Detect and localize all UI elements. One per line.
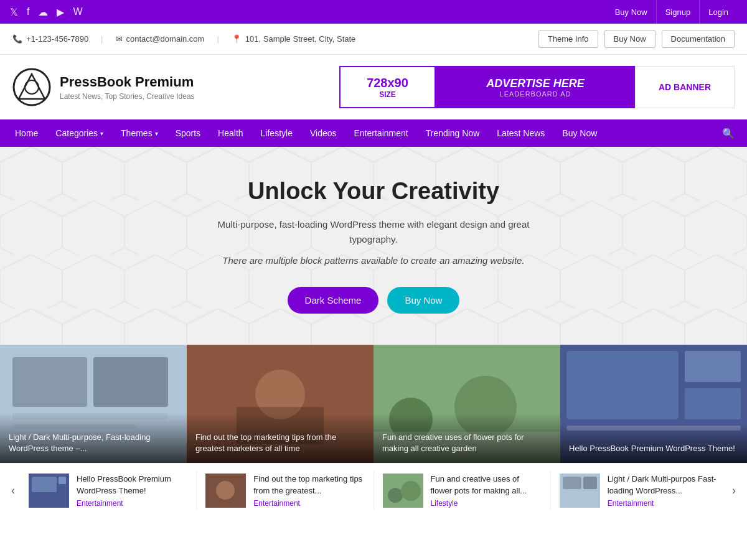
- logo-area[interactable]: PressBook Premium Latest News, Top Stori…: [12, 68, 195, 106]
- list-content-1: Hello PressBook Premium WordPress Theme!…: [77, 474, 187, 507]
- phone-info: 📞 +1-123-456-7890: [12, 34, 88, 44]
- site-name: PressBook Premium: [60, 74, 195, 90]
- card-1-overlay: Light / Dark Multi-purpose, Fast-loading…: [0, 413, 187, 463]
- buy-now-hero-button[interactable]: Buy Now: [387, 287, 459, 314]
- svg-rect-20: [685, 351, 741, 382]
- list-item-4[interactable]: Light / Dark Multi-purpos Fast-loading W…: [551, 471, 727, 510]
- svg-point-27: [216, 481, 235, 500]
- email-address: contact@domain.com: [126, 34, 205, 44]
- list-thumb-1: [29, 474, 69, 508]
- site-tagline: Latest News, Top Stories, Creative Ideas: [60, 92, 195, 101]
- svg-point-2: [25, 80, 39, 94]
- navbar: Home Categories ▾ Themes ▾ Sports Health…: [0, 119, 747, 147]
- nav-trending[interactable]: Trending Now: [417, 119, 489, 147]
- card-1[interactable]: Light / Dark Multi-purpose, Fast-loading…: [0, 345, 187, 463]
- address-info: 📍 101, Sample Street, City, State: [232, 34, 356, 44]
- youtube-icon[interactable]: ▶: [57, 6, 64, 18]
- nav-lifestyle[interactable]: Lifestyle: [252, 119, 301, 147]
- phone-number: +1-123-456-7890: [26, 34, 88, 44]
- ad-leaderboard-block[interactable]: ADVERTISE HERE LEADERBOARD AD: [436, 66, 635, 108]
- card-3-overlay: Fun and creative uses of flower pots for…: [374, 413, 560, 463]
- nav-videos[interactable]: Videos: [301, 119, 345, 147]
- nav-home[interactable]: Home: [6, 119, 47, 147]
- nav-themes[interactable]: Themes ▾: [112, 119, 167, 147]
- ad-size-block: 728x90 SIZE: [339, 66, 436, 108]
- list-tag-1: Entertainment: [77, 499, 187, 508]
- nav-sports[interactable]: Sports: [167, 119, 209, 147]
- buy-now-contact-button[interactable]: Buy Now: [604, 30, 655, 48]
- hero-buttons: Dark Scheme Buy Now: [288, 287, 460, 314]
- list-prev-button[interactable]: ‹: [6, 484, 20, 497]
- theme-info-button[interactable]: Theme Info: [538, 30, 598, 48]
- skype-icon[interactable]: ☁: [38, 6, 48, 18]
- buy-now-top-button[interactable]: Buy Now: [606, 0, 656, 24]
- nav-latest-news[interactable]: Latest News: [488, 119, 553, 147]
- twitter-icon[interactable]: 𝕏: [10, 6, 18, 18]
- list-item-2[interactable]: Find out the top marketing tips from the…: [197, 471, 374, 510]
- svg-rect-24: [32, 477, 57, 492]
- card-3[interactable]: Fun and creative uses of flower pots for…: [374, 345, 560, 463]
- dark-scheme-button[interactable]: Dark Scheme: [288, 287, 379, 314]
- location-icon: 📍: [232, 34, 242, 44]
- hero-desc2: There are multiple block patterns availa…: [222, 253, 524, 268]
- svg-rect-21: [685, 388, 741, 419]
- card-3-text: Fun and creative uses of flower pots for…: [382, 432, 552, 454]
- ad-banner-label: AD BANNER: [659, 82, 711, 92]
- search-button[interactable]: 🔍: [716, 119, 741, 147]
- contact-buttons: Theme Info Buy Now Documentation: [538, 30, 735, 48]
- svg-rect-25: [59, 477, 66, 484]
- phone-icon: 📞: [12, 34, 22, 44]
- svg-point-30: [401, 481, 421, 501]
- signup-button[interactable]: Signup: [656, 0, 699, 24]
- list-thumb-3: [383, 474, 423, 508]
- top-nav-buttons: Buy Now Signup Login: [606, 0, 737, 24]
- list-tag-3: Lifestyle: [431, 499, 542, 508]
- card-2-overlay: Find out the top marketing tips from the…: [187, 413, 374, 463]
- card-2-text: Find out the top marketing tips from the…: [195, 432, 365, 454]
- list-thumb-4: [560, 474, 600, 508]
- svg-marker-1: [19, 74, 45, 99]
- list-content-4: Light / Dark Multi-purpos Fast-loading W…: [608, 474, 718, 507]
- nav-buy-now[interactable]: Buy Now: [553, 119, 606, 147]
- list-thumb-2: [205, 474, 246, 508]
- ad-leaderboard-main: ADVERTISE HERE: [486, 77, 585, 90]
- contact-bar: 📞 +1-123-456-7890 | ✉ contact@domain.com…: [0, 24, 747, 55]
- social-icons: 𝕏 f ☁ ▶ W: [10, 6, 83, 18]
- list-next-button[interactable]: ›: [727, 484, 741, 497]
- ad-size-text: 728x90: [367, 76, 408, 90]
- wordpress-icon[interactable]: W: [73, 6, 82, 18]
- card-4-overlay: Hello PressBook Premium WordPress Theme!: [560, 424, 747, 463]
- logo-text: PressBook Premium Latest News, Top Stori…: [60, 74, 195, 101]
- card-2[interactable]: Find out the top marketing tips from the…: [187, 345, 374, 463]
- nav-categories[interactable]: Categories ▾: [47, 119, 112, 147]
- facebook-icon[interactable]: f: [27, 6, 29, 18]
- list-content-3: Fun and creative uses of flower pots for…: [431, 474, 542, 507]
- contact-info: 📞 +1-123-456-7890 | ✉ contact@domain.com…: [12, 34, 355, 44]
- hero-title: Unlock Your Creativity: [248, 178, 499, 205]
- list-tag-2: Entertainment: [253, 499, 364, 508]
- ad-banner-block[interactable]: AD BANNER: [635, 66, 735, 108]
- card-4-text: Hello PressBook Premium WordPress Theme!: [569, 443, 738, 454]
- svg-rect-6: [12, 357, 87, 407]
- hero-desc1: Multi-purpose, fast-loading WordPress th…: [193, 217, 554, 247]
- header: PressBook Premium Latest News, Top Stori…: [0, 55, 747, 119]
- svg-rect-7: [93, 357, 168, 407]
- list-item-3[interactable]: Fun and creative uses of flower pots for…: [374, 471, 551, 510]
- documentation-button[interactable]: Documentation: [662, 30, 735, 48]
- card-4[interactable]: Hello PressBook Premium WordPress Theme!: [560, 345, 747, 463]
- nav-entertainment[interactable]: Entertainment: [345, 119, 417, 147]
- ad-size-label: SIZE: [379, 90, 396, 99]
- nav-items: Home Categories ▾ Themes ▾ Sports Health…: [6, 119, 716, 147]
- nav-health[interactable]: Health: [209, 119, 251, 147]
- list-content-2: Find out the top marketing tips from the…: [253, 474, 364, 507]
- email-info: ✉ contact@domain.com: [116, 34, 205, 44]
- email-icon: ✉: [116, 34, 123, 44]
- list-title-3: Fun and creative uses of flower pots for…: [431, 474, 542, 496]
- svg-point-29: [388, 488, 403, 503]
- ad-area: 728x90 SIZE ADVERTISE HERE LEADERBOARD A…: [339, 66, 735, 108]
- list-item-1[interactable]: Hello PressBook Premium WordPress Theme!…: [20, 471, 197, 510]
- list-title-4: Light / Dark Multi-purpos Fast-loading W…: [608, 474, 718, 496]
- featured-cards: Light / Dark Multi-purpose, Fast-loading…: [0, 345, 747, 463]
- login-button[interactable]: Login: [699, 0, 737, 24]
- svg-rect-19: [566, 351, 679, 419]
